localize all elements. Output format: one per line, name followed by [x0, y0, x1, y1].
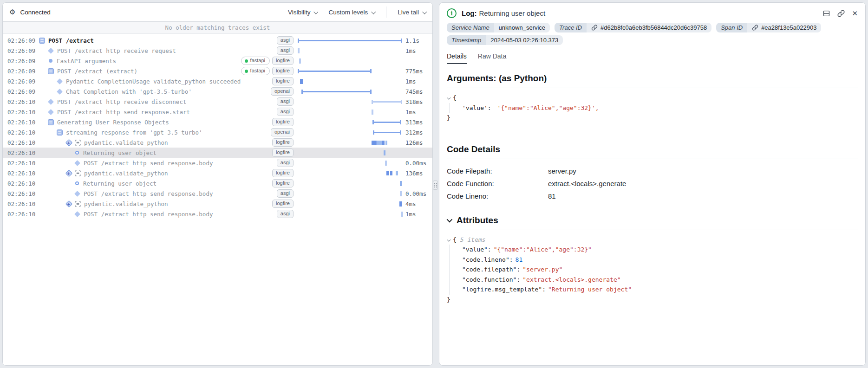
trace-row[interactable]: 02:26:10Generating User Response Objects…	[3, 117, 432, 127]
row-duration: 1ms	[405, 211, 432, 218]
row-duration: 745ms	[405, 88, 432, 95]
green-dot-icon	[245, 70, 248, 73]
row-timestamp: 02:26:10	[7, 149, 37, 156]
trace-row[interactable]: 02:26:09Chat Completion with 'gpt-3.5-tu…	[3, 86, 432, 97]
attribute-entry: "value":"{"name":"Alice","age":32}"	[447, 245, 858, 255]
badge-label: Service Name	[447, 23, 494, 32]
attribute-key: "code.function":	[462, 276, 520, 283]
tab-details[interactable]: Details	[447, 52, 467, 64]
row-duration: 1.1s	[405, 37, 432, 44]
span-duration-bar	[301, 91, 372, 92]
log-dot-icon	[75, 151, 79, 155]
tag-openai: openai	[271, 128, 294, 137]
trace-row[interactable]: 02:26:10POST /extract http send response…	[3, 158, 432, 168]
row-duration: 1ms	[405, 78, 432, 85]
trace-row[interactable]: 02:26:09POST /extract http receive reque…	[3, 45, 432, 56]
details-tabs: DetailsRaw Data	[439, 45, 865, 64]
tag-asgi: asgi	[277, 189, 294, 198]
duration-bar-track	[297, 199, 403, 209]
trace-row[interactable]: 02:26:10POST /extract http receive disco…	[3, 97, 432, 107]
arguments-python-block: { 'value': '{"name":"Alice","age":32}', …	[447, 93, 858, 123]
row-label: POST /extract http send response.body	[84, 160, 213, 167]
span-square-icon	[48, 119, 54, 125]
row-duration: 318ms	[405, 98, 432, 105]
chevron-down-icon	[371, 9, 376, 14]
tag-fastapi: fastapi	[241, 57, 270, 65]
duration-bar-track	[297, 86, 403, 97]
event-tick	[401, 212, 403, 217]
row-timestamp: 02:26:09	[7, 58, 37, 65]
event-tick	[399, 201, 402, 207]
row-label: Returning user object	[83, 180, 157, 187]
row-label: POST /extract http send response.body	[84, 190, 213, 197]
tab-raw-data[interactable]: Raw Data	[478, 52, 506, 64]
badge-trace-id[interactable]: Trace ID#d62b8fc0a6eb3fb56844dc20d6c3975…	[555, 23, 711, 32]
event-diamond-icon	[74, 191, 80, 197]
duration-bar-track	[297, 158, 403, 168]
visibility-dropdown[interactable]: Visibility	[288, 9, 318, 16]
event-diamond-icon	[57, 78, 63, 84]
row-duration: 312ms	[405, 129, 432, 136]
code-detail-value: 81	[548, 190, 556, 202]
connection-status: Connected	[20, 9, 50, 16]
trace-row[interactable]: 02:26:10Returning user objectlogfire	[3, 178, 432, 188]
duration-bar-track	[297, 117, 403, 127]
collapse-chevron-icon[interactable]	[447, 96, 450, 99]
tag-asgi: asgi	[277, 108, 294, 116]
row-label: streaming response from 'gpt-3.5-turbo'	[66, 129, 202, 136]
split-panel-icon[interactable]	[822, 10, 830, 17]
trace-row[interactable]: 02:26:09Pydantic CompletionUsage validat…	[3, 76, 432, 86]
divider	[447, 159, 858, 159]
copy-link-icon[interactable]	[837, 10, 845, 17]
segmented-duration-bar	[372, 141, 377, 145]
close-icon[interactable]: ✕	[852, 10, 858, 17]
green-dot-icon	[245, 59, 248, 63]
trace-row[interactable]: 02:26:09FastAPI argumentsfastapilogfire	[3, 56, 432, 66]
items-count: 5 items	[460, 236, 486, 243]
row-label: FastAPI arguments	[57, 58, 116, 65]
segmented-duration-bar	[386, 171, 389, 175]
attribute-entry: "code.function":"extract.<locals>.genera…	[447, 275, 858, 285]
row-duration: 1ms	[405, 109, 432, 116]
panel-resizer[interactable]	[432, 180, 438, 190]
duration-bar-track	[297, 188, 403, 199]
event-diamond-icon	[57, 89, 63, 95]
custom-levels-dropdown[interactable]: Custom levels	[328, 9, 375, 16]
trace-row[interactable]: 02:26:10POST /extract http send response…	[3, 107, 432, 117]
tag-asgi: asgi	[277, 210, 294, 219]
attribute-key: "code.filepath":	[462, 266, 520, 273]
collapse-chevron-icon[interactable]	[447, 238, 450, 241]
segmented-duration-bar	[396, 171, 398, 175]
attributes-heading[interactable]: Attributes	[447, 215, 858, 226]
link-chain-icon	[591, 25, 598, 31]
collapsed-spans-icon: +	[65, 169, 73, 177]
trace-row[interactable]: 02:26:09POST /extractasgi1.1s	[3, 35, 432, 45]
trace-row[interactable]: 02:26:10+pydantic.validate_pythonlogfire…	[3, 168, 432, 178]
trace-row[interactable]: 02:26:09POST /extract (extract)fastapilo…	[3, 66, 432, 76]
info-icon: i	[447, 8, 457, 18]
row-label: POST /extract	[48, 37, 94, 44]
chevron-down-icon	[314, 9, 319, 14]
trace-row[interactable]: 02:26:10POST /extract http send response…	[3, 209, 432, 219]
row-duration: 313ms	[405, 119, 432, 126]
trace-row[interactable]: 02:26:10POST /extract http send response…	[3, 188, 432, 199]
trace-row[interactable]: 02:26:10streaming response from 'gpt-3.5…	[3, 127, 432, 137]
collapsed-spans-icon: +	[65, 139, 73, 146]
repeat-brackets-icon	[75, 201, 81, 207]
code-detail-value: server.py	[548, 165, 576, 177]
row-timestamp: 02:26:10	[7, 139, 37, 146]
trace-row[interactable]: 02:26:10+pydantic.validate_pythonlogfire…	[3, 137, 432, 148]
badge-span-id[interactable]: Span ID#ea28f13e5a022903	[716, 23, 821, 32]
settings-gear-icon[interactable]: ⚙	[9, 8, 15, 16]
tag-logfire: logfire	[272, 148, 294, 157]
trace-row[interactable]: 02:26:10+pydantic.validate_pythonlogfire…	[3, 199, 432, 209]
row-label: Pydantic CompletionUsage validate_python…	[66, 78, 241, 85]
tag-logfire: logfire	[272, 179, 294, 188]
duration-bar-track	[297, 137, 403, 148]
live-tail-dropdown[interactable]: Live tail	[398, 9, 426, 16]
badge-timestamp: Timestamp2024-05-03 02:26:10.373	[447, 35, 563, 45]
row-timestamp: 02:26:09	[7, 78, 37, 85]
span-duration-bar	[298, 71, 372, 72]
divider	[447, 88, 858, 88]
trace-row[interactable]: 02:26:10Returning user objectlogfire	[3, 148, 432, 158]
